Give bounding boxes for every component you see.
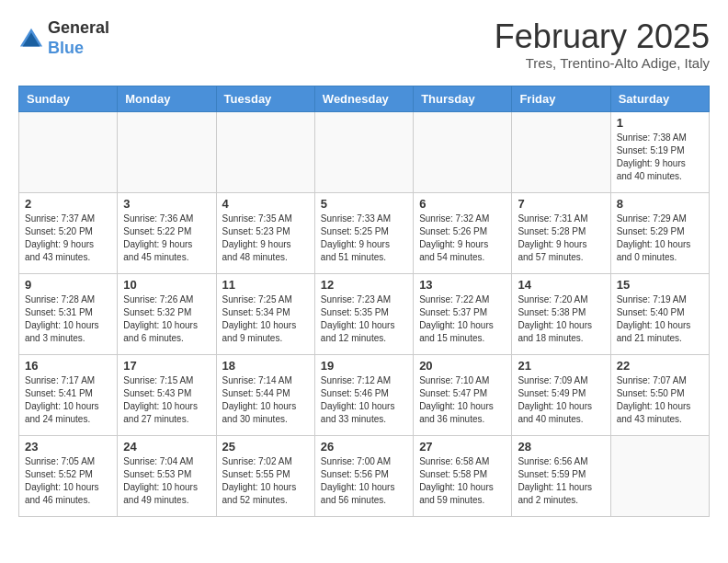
weekday-header-saturday: Saturday [610, 86, 709, 111]
logo-general: General [48, 18, 109, 37]
day-number: 14 [518, 278, 604, 292]
calendar-cell: 7Sunrise: 7:31 AM Sunset: 5:28 PM Daylig… [512, 192, 610, 273]
day-info: Sunrise: 7:22 AM Sunset: 5:37 PM Dayligh… [419, 293, 506, 345]
title-block: February 2025 Tres, Trentino-Alto Adige,… [495, 18, 710, 71]
day-info: Sunrise: 7:23 AM Sunset: 5:35 PM Dayligh… [321, 293, 407, 345]
day-number: 28 [518, 440, 604, 454]
day-info: Sunrise: 7:31 AM Sunset: 5:28 PM Dayligh… [518, 213, 604, 264]
day-number: 25 [222, 440, 309, 454]
day-info: Sunrise: 7:05 AM Sunset: 5:52 PM Dayligh… [25, 455, 111, 507]
calendar-cell: 11Sunrise: 7:25 AM Sunset: 5:34 PM Dayli… [216, 273, 314, 354]
day-info: Sunrise: 7:10 AM Sunset: 5:47 PM Dayligh… [419, 374, 506, 426]
calendar-cell: 10Sunrise: 7:26 AM Sunset: 5:32 PM Dayli… [118, 273, 216, 354]
day-info: Sunrise: 7:20 AM Sunset: 5:38 PM Dayligh… [518, 293, 604, 345]
day-number: 13 [419, 278, 506, 292]
weekday-header-tuesday: Tuesday [216, 86, 314, 111]
weekday-header-wednesday: Wednesday [314, 86, 413, 111]
day-info: Sunrise: 7:28 AM Sunset: 5:31 PM Dayligh… [25, 293, 111, 345]
day-number: 26 [321, 440, 407, 454]
calendar-cell: 5Sunrise: 7:33 AM Sunset: 5:25 PM Daylig… [314, 192, 413, 273]
weekday-header-monday: Monday [118, 86, 216, 111]
day-number: 19 [321, 359, 407, 373]
weekday-header-sunday: Sunday [19, 86, 118, 111]
day-info: Sunrise: 7:07 AM Sunset: 5:50 PM Dayligh… [617, 374, 703, 426]
day-info: Sunrise: 7:19 AM Sunset: 5:40 PM Dayligh… [617, 293, 703, 345]
day-number: 10 [123, 278, 210, 292]
day-info: Sunrise: 7:09 AM Sunset: 5:49 PM Dayligh… [518, 374, 604, 426]
calendar-cell: 20Sunrise: 7:10 AM Sunset: 5:47 PM Dayli… [414, 354, 512, 435]
day-number: 23 [25, 440, 111, 454]
day-info: Sunrise: 6:58 AM Sunset: 5:58 PM Dayligh… [419, 455, 506, 507]
calendar-cell: 23Sunrise: 7:05 AM Sunset: 5:52 PM Dayli… [19, 435, 118, 516]
calendar-cell: 16Sunrise: 7:17 AM Sunset: 5:41 PM Dayli… [19, 354, 118, 435]
day-number: 12 [321, 278, 407, 292]
calendar-cell: 18Sunrise: 7:14 AM Sunset: 5:44 PM Dayli… [216, 354, 314, 435]
day-number: 24 [123, 440, 210, 454]
day-number: 27 [419, 440, 506, 454]
calendar-cell: 3Sunrise: 7:36 AM Sunset: 5:22 PM Daylig… [118, 192, 216, 273]
day-info: Sunrise: 7:35 AM Sunset: 5:23 PM Dayligh… [222, 213, 309, 264]
day-info: Sunrise: 7:37 AM Sunset: 5:20 PM Dayligh… [25, 213, 111, 264]
calendar-cell: 22Sunrise: 7:07 AM Sunset: 5:50 PM Dayli… [610, 354, 709, 435]
day-number: 4 [222, 197, 309, 211]
calendar-cell: 15Sunrise: 7:19 AM Sunset: 5:40 PM Dayli… [610, 273, 709, 354]
calendar-header: SundayMondayTuesdayWednesdayThursdayFrid… [19, 86, 710, 111]
calendar-week-row: 16Sunrise: 7:17 AM Sunset: 5:41 PM Dayli… [19, 354, 710, 435]
logo-blue: Blue [48, 39, 84, 57]
calendar-cell: 25Sunrise: 7:02 AM Sunset: 5:55 PM Dayli… [216, 435, 314, 516]
day-info: Sunrise: 7:12 AM Sunset: 5:46 PM Dayligh… [321, 374, 407, 426]
day-number: 8 [617, 197, 703, 211]
calendar-cell: 21Sunrise: 7:09 AM Sunset: 5:49 PM Dayli… [512, 354, 610, 435]
day-number: 17 [123, 359, 210, 373]
page-header: General Blue February 2025 Tres, Trentin… [18, 18, 710, 71]
day-info: Sunrise: 6:56 AM Sunset: 5:59 PM Dayligh… [518, 455, 604, 507]
day-number: 15 [617, 278, 703, 292]
calendar-table: SundayMondayTuesdayWednesdayThursdayFrid… [18, 86, 710, 517]
day-info: Sunrise: 7:26 AM Sunset: 5:32 PM Dayligh… [123, 293, 210, 345]
day-number: 5 [321, 197, 407, 211]
day-number: 11 [222, 278, 309, 292]
day-info: Sunrise: 7:00 AM Sunset: 5:56 PM Dayligh… [321, 455, 407, 507]
calendar-cell: 9Sunrise: 7:28 AM Sunset: 5:31 PM Daylig… [19, 273, 118, 354]
calendar-week-row: 2Sunrise: 7:37 AM Sunset: 5:20 PM Daylig… [19, 192, 710, 273]
calendar-cell: 19Sunrise: 7:12 AM Sunset: 5:46 PM Dayli… [314, 354, 413, 435]
weekday-header-row: SundayMondayTuesdayWednesdayThursdayFrid… [19, 86, 710, 111]
day-number: 6 [419, 197, 506, 211]
calendar-cell: 17Sunrise: 7:15 AM Sunset: 5:43 PM Dayli… [118, 354, 216, 435]
day-number: 1 [617, 116, 703, 130]
day-info: Sunrise: 7:33 AM Sunset: 5:25 PM Dayligh… [321, 213, 407, 264]
day-info: Sunrise: 7:25 AM Sunset: 5:34 PM Dayligh… [222, 293, 309, 345]
day-info: Sunrise: 7:04 AM Sunset: 5:53 PM Dayligh… [123, 455, 210, 507]
calendar-week-row: 23Sunrise: 7:05 AM Sunset: 5:52 PM Dayli… [19, 435, 710, 516]
calendar-cell: 12Sunrise: 7:23 AM Sunset: 5:35 PM Dayli… [314, 273, 413, 354]
day-info: Sunrise: 7:14 AM Sunset: 5:44 PM Dayligh… [222, 374, 309, 426]
logo: General Blue [18, 18, 109, 58]
logo-text: General Blue [48, 18, 109, 58]
day-info: Sunrise: 7:38 AM Sunset: 5:19 PM Dayligh… [617, 132, 703, 183]
day-number: 2 [25, 197, 111, 211]
day-number: 20 [419, 359, 506, 373]
calendar-cell: 8Sunrise: 7:29 AM Sunset: 5:29 PM Daylig… [610, 192, 709, 273]
calendar-cell: 1Sunrise: 7:38 AM Sunset: 5:19 PM Daylig… [610, 111, 709, 192]
calendar-cell: 6Sunrise: 7:32 AM Sunset: 5:26 PM Daylig… [414, 192, 512, 273]
calendar-week-row: 9Sunrise: 7:28 AM Sunset: 5:31 PM Daylig… [19, 273, 710, 354]
day-info: Sunrise: 7:02 AM Sunset: 5:55 PM Dayligh… [222, 455, 309, 507]
calendar-cell [414, 111, 512, 192]
day-info: Sunrise: 7:36 AM Sunset: 5:22 PM Dayligh… [123, 213, 210, 264]
day-number: 22 [617, 359, 703, 373]
calendar-cell [314, 111, 413, 192]
calendar-cell [216, 111, 314, 192]
calendar-cell: 24Sunrise: 7:04 AM Sunset: 5:53 PM Dayli… [118, 435, 216, 516]
day-number: 3 [123, 197, 210, 211]
day-number: 16 [25, 359, 111, 373]
calendar-cell: 13Sunrise: 7:22 AM Sunset: 5:37 PM Dayli… [414, 273, 512, 354]
calendar-cell: 26Sunrise: 7:00 AM Sunset: 5:56 PM Dayli… [314, 435, 413, 516]
day-number: 7 [518, 197, 604, 211]
calendar-cell [118, 111, 216, 192]
day-number: 21 [518, 359, 604, 373]
day-info: Sunrise: 7:32 AM Sunset: 5:26 PM Dayligh… [419, 213, 506, 264]
day-number: 18 [222, 359, 309, 373]
day-number: 9 [25, 278, 111, 292]
calendar-cell [19, 111, 118, 192]
day-info: Sunrise: 7:17 AM Sunset: 5:41 PM Dayligh… [25, 374, 111, 426]
